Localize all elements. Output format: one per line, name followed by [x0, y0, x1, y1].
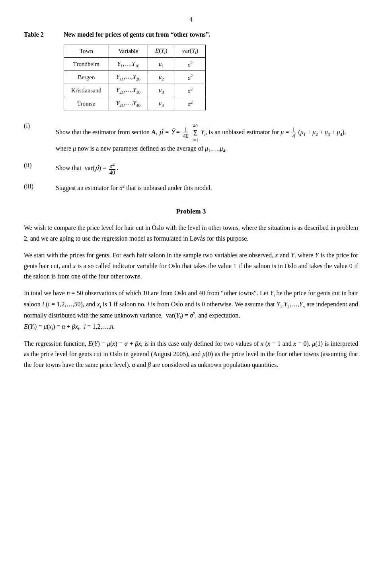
cell-town-4: Tromsø	[64, 97, 109, 110]
cell-var-1: Y1,…,Y10	[109, 58, 148, 71]
table-row: Trondheim Y1,…,Y10 μ1 σ2	[64, 58, 206, 71]
problem3-para4: The regression function, E(Y) = μ(x) = α…	[24, 339, 358, 370]
problem3-para3: In total we have n = 50 observations of …	[24, 288, 358, 332]
part-ii-content: Show that var(μ̂) = σ240.	[56, 162, 358, 176]
table-section: Table 2 New model for prices of gents cu…	[24, 31, 358, 110]
col-header-expectation: E(Yi)	[148, 45, 175, 58]
page-number: 4	[24, 16, 358, 23]
part-i-label: (i)	[24, 122, 56, 129]
col-header-town: Town	[64, 45, 109, 58]
part-iii-content: Suggest an estimator for σ2 that is unbi…	[56, 183, 358, 193]
part-ii-label: (ii)	[24, 162, 56, 169]
cell-exp-1: μ1	[148, 58, 175, 71]
part-i: (i) Show that the estimator from section…	[24, 122, 358, 155]
cell-var-4: Y31,…,Y40	[109, 97, 148, 110]
table-title-row: Table 2 New model for prices of gents cu…	[24, 31, 358, 38]
problem-parts-section: (i) Show that the estimator from section…	[24, 122, 358, 193]
cell-var2-2: σ2	[175, 71, 206, 84]
problem3-para2: We start with the prices for gents. For …	[24, 250, 358, 282]
cell-exp-4: μ4	[148, 97, 175, 110]
cell-var2-1: σ2	[175, 58, 206, 71]
cell-var2-3: σ2	[175, 84, 206, 97]
col-header-variable: Variable	[109, 45, 148, 58]
table-header-row: Town Variable E(Yi) var(Yi)	[64, 45, 206, 58]
part-iii-label: (iii)	[24, 183, 56, 190]
part-ii: (ii) Show that var(μ̂) = σ240.	[24, 162, 358, 176]
cell-var-3: Y21,…,Y30	[109, 84, 148, 97]
cell-var2-4: σ2	[175, 97, 206, 110]
part-iii: (iii) Suggest an estimator for σ2 that i…	[24, 183, 358, 193]
table-label: Table 2	[24, 31, 64, 38]
table-row: Bergen Y11,…,Y20 μ2 σ2	[64, 71, 206, 84]
cell-town-3: Kristiansand	[64, 84, 109, 97]
cell-exp-3: μ3	[148, 84, 175, 97]
data-table: Town Variable E(Yi) var(Yi) Trondheim Y1…	[64, 45, 206, 110]
table-caption: New model for prices of gents cut from “…	[64, 31, 210, 38]
problem3-para1: We wish to compare the price level for h…	[24, 223, 358, 244]
cell-town-2: Bergen	[64, 71, 109, 84]
col-header-variance: var(Yi)	[175, 45, 206, 58]
cell-town-1: Trondheim	[64, 58, 109, 71]
problem3-title: Problem 3	[24, 208, 358, 216]
cell-exp-2: μ2	[148, 71, 175, 84]
cell-var-2: Y11,…,Y20	[109, 71, 148, 84]
table-row: Kristiansand Y21,…,Y30 μ3 σ2	[64, 84, 206, 97]
part-i-content: Show that the estimator from section A, …	[56, 122, 358, 155]
table-row: Tromsø Y31,…,Y40 μ4 σ2	[64, 97, 206, 110]
